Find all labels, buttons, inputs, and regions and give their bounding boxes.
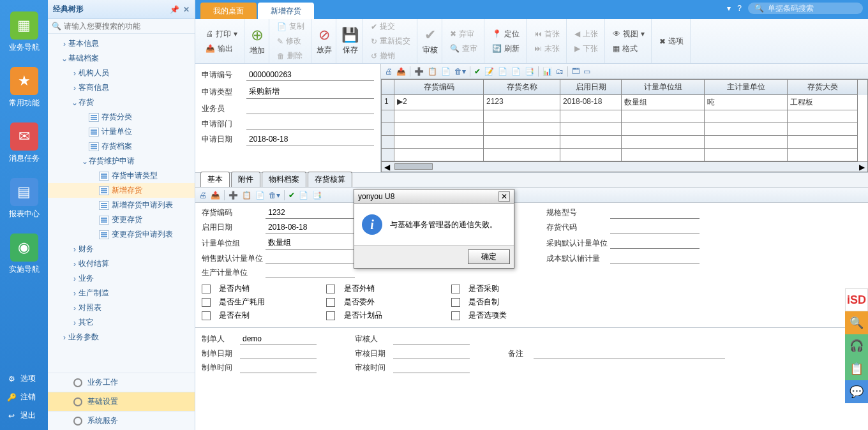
tree-node[interactable]: ⌄存货维护申请 (48, 154, 195, 168)
apply-no-field[interactable]: 0000000263 (246, 69, 374, 81)
format-button[interactable]: ▦ 格式 (610, 42, 647, 56)
print-button[interactable]: 🖨 打印 ▾ (203, 27, 240, 41)
tree-node[interactable]: 新增存货 (48, 183, 195, 198)
barcode-search[interactable]: 🔍 (748, 3, 863, 14)
chk-export[interactable] (326, 285, 335, 293)
pin-icon[interactable]: 📌 (170, 5, 179, 14)
grid-row[interactable]: 1 ▶2 2123 2018-08-18 数量组 吨 工程板 (382, 95, 867, 110)
subtab-basic[interactable]: 基本 (200, 172, 230, 187)
tb-card-icon[interactable]: 🗂 (556, 67, 564, 76)
chk-selfmade[interactable] (451, 298, 460, 307)
dtb-doc-icon[interactable]: 📄 (299, 191, 308, 200)
tree-node[interactable]: ›收付结算 (48, 256, 195, 271)
sidebar-search-input[interactable] (64, 22, 191, 31)
delete-button[interactable]: 🗑 删除 (274, 49, 307, 63)
audit-button[interactable]: ✔审核 (423, 27, 438, 56)
pur-unit-field[interactable] (610, 237, 700, 249)
help-icon[interactable]: ? (737, 4, 742, 13)
dtb-doc2-icon[interactable]: 📑 (312, 191, 322, 200)
spec-field[interactable] (610, 207, 700, 219)
tree-node[interactable]: ›其它 (48, 315, 195, 330)
output-button[interactable]: 📤 输出 (203, 42, 240, 56)
sidebar-base-settings[interactable]: 基础设置 (48, 392, 195, 411)
tree-node[interactable]: 存货档案 (48, 139, 195, 154)
chk-outsource[interactable] (326, 298, 335, 307)
rf-search-icon[interactable]: 🔍 (845, 311, 868, 334)
subtab-attach[interactable]: 附件 (231, 172, 260, 187)
abandon-button[interactable]: ⊘放弃 (317, 27, 332, 56)
tb-win-icon[interactable]: 🗔 (572, 67, 580, 76)
tree-node[interactable]: ›机构人员 (48, 66, 195, 80)
tab-new-inventory[interactable]: 新增存货 (258, 3, 314, 19)
sidebar-sys-service[interactable]: 系统服务 (48, 411, 195, 430)
tree-node[interactable]: ›财务 (48, 242, 195, 256)
tree-node[interactable]: ›生产制造 (48, 286, 195, 300)
first-button[interactable]: ⏮ 首张 (532, 27, 562, 41)
tb-output-icon[interactable]: 📤 (396, 67, 406, 76)
lookup-button[interactable]: 🔍 查审 (447, 42, 480, 56)
dialog-titlebar[interactable]: yonyou U8 ✕ (354, 189, 514, 204)
prod-unit-field[interactable] (266, 267, 355, 278)
resubmit-button[interactable]: ↻ 重新提交 (368, 34, 413, 48)
chk-plan[interactable] (326, 311, 335, 320)
dock-options[interactable]: ⚙选项 (0, 369, 48, 388)
dock-logout[interactable]: 🔑注销 (0, 388, 48, 406)
dialog-ok-button[interactable]: 确定 (468, 249, 510, 264)
options-button[interactable]: ✖ 选项 (657, 34, 686, 48)
sidebar-biz-work[interactable]: 业务工作 (48, 373, 195, 392)
last-button[interactable]: ⏭ 末张 (532, 42, 562, 56)
barcode-search-input[interactable] (768, 4, 864, 13)
modify-button[interactable]: ✎ 修改 (274, 34, 307, 48)
tb-note-icon[interactable]: 📝 (484, 67, 494, 76)
tb-paste-icon[interactable]: 📄 (441, 67, 451, 76)
tree-node[interactable]: ›客商信息 (48, 80, 195, 95)
chk-option[interactable] (451, 311, 460, 320)
submit-button[interactable]: ✔ 提交 (368, 20, 413, 33)
dock-reports[interactable]: ▤报表中心 (5, 178, 43, 219)
tree-node[interactable]: 存货分类 (48, 110, 195, 124)
unapprove-button[interactable]: ✖ 弃审 (447, 27, 480, 41)
remark-field[interactable] (534, 348, 725, 359)
subtab-costing[interactable]: 存货核算 (308, 172, 352, 187)
dialog-close-icon[interactable]: ✕ (498, 191, 510, 202)
subtab-material[interactable]: 物料档案 (262, 172, 306, 187)
dock-impl[interactable]: ◉实施导航 (5, 234, 43, 275)
grid-hscroll[interactable]: ◀▶ (381, 162, 868, 172)
copy-button[interactable]: 📄 复制 (274, 20, 307, 33)
tb-delete-icon[interactable]: 🗑▾ (454, 67, 466, 76)
chk-prodconsume[interactable] (202, 298, 211, 307)
tree-node[interactable]: ›业务 (48, 271, 195, 286)
salesman-field[interactable] (246, 103, 374, 114)
data-grid[interactable]: 存货编码 存货名称 启用日期 计量单位组 主计量单位 存货大类 1 ▶2 212… (381, 79, 868, 162)
sale-unit-field[interactable] (266, 253, 355, 264)
dtb-print-icon[interactable]: 🖨 (199, 191, 207, 200)
apply-date-field[interactable]: 2018-08-18 (246, 133, 374, 145)
refresh-button[interactable]: 🔄 刷新 (490, 42, 522, 56)
tree-node[interactable]: 存货申请类型 (48, 168, 195, 183)
dtb-insert-icon[interactable]: ➕ (228, 191, 238, 200)
tb-doc3-icon[interactable]: 📑 (525, 67, 534, 76)
dock-exit[interactable]: ↩退出 (0, 406, 48, 425)
dtb-check-icon[interactable]: ✔ (288, 191, 295, 200)
unsubmit-button[interactable]: ↺ 撤销 (368, 49, 413, 63)
view-button[interactable]: 👁 视图 ▾ (610, 27, 647, 41)
dock-biz-nav[interactable]: ▦业务导航 (5, 11, 43, 53)
dtb-paste-icon[interactable]: 📄 (255, 191, 265, 200)
dock-favorites[interactable]: ★常用功能 (5, 67, 43, 108)
tb-insert-icon[interactable]: ➕ (414, 67, 424, 76)
tb-chart-icon[interactable]: 📊 (542, 67, 552, 76)
apply-type-field[interactable]: 采购新增 (246, 85, 374, 99)
tree-node[interactable]: 变更存货 (48, 212, 195, 227)
inv-code-field[interactable]: 1232 (266, 207, 355, 219)
save-button[interactable]: 💾保存 (341, 27, 359, 56)
add-button[interactable]: ⊕增加 (250, 26, 265, 56)
tree-node[interactable]: 新增存货申请列表 (48, 198, 195, 212)
sidebar-search[interactable]: 🔍 (48, 19, 195, 34)
locate-button[interactable]: 📍 定位 (490, 27, 522, 41)
rf-chat-icon[interactable]: 💬 (845, 380, 868, 403)
chk-purchase[interactable] (451, 285, 460, 293)
close-icon[interactable]: ✕ (183, 5, 190, 14)
tab-home[interactable]: 我的桌面 (200, 3, 257, 19)
tree-node[interactable]: ›业务参数 (48, 330, 195, 345)
tb-blank-icon[interactable]: ▭ (583, 67, 590, 76)
